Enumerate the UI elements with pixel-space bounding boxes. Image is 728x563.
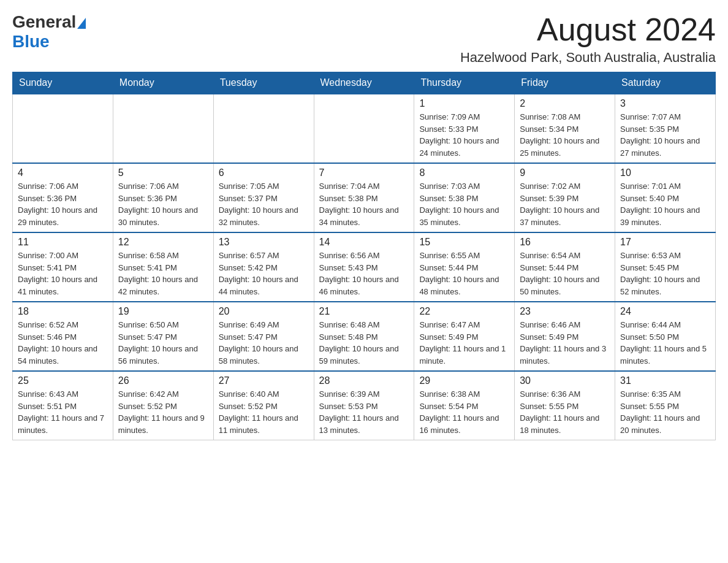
day-header-sunday: Sunday [13,72,113,94]
calendar-cell: 12Sunrise: 6:58 AMSunset: 5:41 PMDayligh… [113,232,213,302]
day-info: Sunrise: 7:04 AMSunset: 5:38 PMDaylight:… [319,180,409,228]
day-info: Sunrise: 7:07 AMSunset: 5:35 PMDaylight:… [620,111,710,159]
day-number: 23 [520,306,610,317]
calendar-cell [13,94,113,163]
calendar-title-area: August 2024 Hazelwood Park, South Austra… [460,12,716,66]
day-number: 9 [520,167,610,178]
calendar-cell: 16Sunrise: 6:54 AMSunset: 5:44 PMDayligh… [515,232,615,302]
day-header-thursday: Thursday [414,72,515,94]
day-info: Sunrise: 6:57 AMSunset: 5:42 PMDaylight:… [219,250,309,297]
calendar-cell: 4Sunrise: 7:06 AMSunset: 5:36 PMDaylight… [13,163,113,232]
day-number: 25 [18,375,108,386]
day-number: 24 [620,306,710,317]
day-number: 15 [419,237,509,248]
day-number: 2 [520,98,610,109]
day-info: Sunrise: 6:46 AMSunset: 5:49 PMDaylight:… [520,319,610,367]
logo-general-text: General [12,12,76,32]
day-info: Sunrise: 7:05 AMSunset: 5:37 PMDaylight:… [219,180,309,228]
week-row-1: 1Sunrise: 7:09 AMSunset: 5:33 PMDaylight… [13,94,716,163]
logo-blue-text: Blue [12,32,50,52]
day-number: 13 [219,237,309,248]
day-info: Sunrise: 7:06 AMSunset: 5:36 PMDaylight:… [118,180,208,228]
calendar-cell [314,94,414,163]
week-row-2: 4Sunrise: 7:06 AMSunset: 5:36 PMDaylight… [13,163,716,232]
day-info: Sunrise: 6:44 AMSunset: 5:50 PMDaylight:… [620,319,710,367]
day-info: Sunrise: 7:08 AMSunset: 5:34 PMDaylight:… [520,111,610,159]
day-info: Sunrise: 6:54 AMSunset: 5:44 PMDaylight:… [520,250,610,297]
day-info: Sunrise: 7:03 AMSunset: 5:38 PMDaylight:… [419,180,509,228]
day-number: 26 [118,375,208,386]
day-info: Sunrise: 6:50 AMSunset: 5:47 PMDaylight:… [118,319,208,367]
calendar-cell: 31Sunrise: 6:35 AMSunset: 5:55 PMDayligh… [615,371,716,440]
calendar-cell: 30Sunrise: 6:36 AMSunset: 5:55 PMDayligh… [515,371,615,440]
calendar-cell: 8Sunrise: 7:03 AMSunset: 5:38 PMDaylight… [414,163,515,232]
day-number: 31 [620,375,710,386]
day-info: Sunrise: 6:58 AMSunset: 5:41 PMDaylight:… [118,250,208,297]
calendar-cell [113,94,213,163]
calendar-cell: 6Sunrise: 7:05 AMSunset: 5:37 PMDaylight… [213,163,314,232]
day-number: 4 [18,167,108,178]
day-info: Sunrise: 6:49 AMSunset: 5:47 PMDaylight:… [219,319,309,367]
day-header-tuesday: Tuesday [213,72,314,94]
day-header-saturday: Saturday [615,72,716,94]
day-number: 20 [219,306,309,317]
logo: General Blue [12,12,86,52]
day-info: Sunrise: 6:43 AMSunset: 5:51 PMDaylight:… [18,388,108,436]
day-info: Sunrise: 7:09 AMSunset: 5:33 PMDaylight:… [419,111,509,159]
day-info: Sunrise: 6:52 AMSunset: 5:46 PMDaylight:… [18,319,108,367]
day-info: Sunrise: 6:48 AMSunset: 5:48 PMDaylight:… [319,319,409,367]
calendar-cell [213,94,314,163]
day-number: 17 [620,237,710,248]
day-info: Sunrise: 6:53 AMSunset: 5:45 PMDaylight:… [620,250,710,297]
day-header-friday: Friday [515,72,615,94]
calendar-cell: 20Sunrise: 6:49 AMSunset: 5:47 PMDayligh… [213,302,314,371]
day-info: Sunrise: 7:02 AMSunset: 5:39 PMDaylight:… [520,180,610,228]
calendar-cell: 2Sunrise: 7:08 AMSunset: 5:34 PMDaylight… [515,94,615,163]
day-header-wednesday: Wednesday [314,72,414,94]
calendar-cell: 18Sunrise: 6:52 AMSunset: 5:46 PMDayligh… [13,302,113,371]
day-info: Sunrise: 7:06 AMSunset: 5:36 PMDaylight:… [18,180,108,228]
day-number: 3 [620,98,710,109]
calendar-cell: 11Sunrise: 7:00 AMSunset: 5:41 PMDayligh… [13,232,113,302]
logo-triangle-icon [77,18,86,29]
day-info: Sunrise: 6:55 AMSunset: 5:44 PMDaylight:… [419,250,509,297]
calendar-table: SundayMondayTuesdayWednesdayThursdayFrid… [12,72,716,440]
day-info: Sunrise: 6:47 AMSunset: 5:49 PMDaylight:… [419,319,509,367]
day-info: Sunrise: 6:42 AMSunset: 5:52 PMDaylight:… [118,388,208,436]
calendar-cell: 24Sunrise: 6:44 AMSunset: 5:50 PMDayligh… [615,302,716,371]
calendar-cell: 7Sunrise: 7:04 AMSunset: 5:38 PMDaylight… [314,163,414,232]
week-row-3: 11Sunrise: 7:00 AMSunset: 5:41 PMDayligh… [13,232,716,302]
calendar-cell: 17Sunrise: 6:53 AMSunset: 5:45 PMDayligh… [615,232,716,302]
day-number: 27 [219,375,309,386]
calendar-cell: 9Sunrise: 7:02 AMSunset: 5:39 PMDaylight… [515,163,615,232]
day-info: Sunrise: 7:00 AMSunset: 5:41 PMDaylight:… [18,250,108,297]
day-number: 18 [18,306,108,317]
week-row-5: 25Sunrise: 6:43 AMSunset: 5:51 PMDayligh… [13,371,716,440]
calendar-cell: 3Sunrise: 7:07 AMSunset: 5:35 PMDaylight… [615,94,716,163]
day-number: 29 [419,375,509,386]
day-number: 1 [419,98,509,109]
day-number: 8 [419,167,509,178]
calendar-cell: 21Sunrise: 6:48 AMSunset: 5:48 PMDayligh… [314,302,414,371]
day-number: 19 [118,306,208,317]
page-header: General Blue August 2024 Hazelwood Park,… [12,12,716,66]
day-header-monday: Monday [113,72,213,94]
day-number: 30 [520,375,610,386]
location-title: Hazelwood Park, South Australia, Austral… [460,50,716,66]
calendar-cell: 27Sunrise: 6:40 AMSunset: 5:52 PMDayligh… [213,371,314,440]
day-number: 28 [319,375,409,386]
day-info: Sunrise: 6:36 AMSunset: 5:55 PMDaylight:… [520,388,610,436]
day-info: Sunrise: 6:40 AMSunset: 5:52 PMDaylight:… [219,388,309,436]
month-title: August 2024 [460,12,716,47]
day-number: 16 [520,237,610,248]
calendar-cell: 5Sunrise: 7:06 AMSunset: 5:36 PMDaylight… [113,163,213,232]
calendar-cell: 26Sunrise: 6:42 AMSunset: 5:52 PMDayligh… [113,371,213,440]
day-number: 12 [118,237,208,248]
week-row-4: 18Sunrise: 6:52 AMSunset: 5:46 PMDayligh… [13,302,716,371]
calendar-cell: 1Sunrise: 7:09 AMSunset: 5:33 PMDaylight… [414,94,515,163]
calendar-cell: 15Sunrise: 6:55 AMSunset: 5:44 PMDayligh… [414,232,515,302]
day-number: 14 [319,237,409,248]
day-number: 22 [419,306,509,317]
calendar-cell: 23Sunrise: 6:46 AMSunset: 5:49 PMDayligh… [515,302,615,371]
day-number: 21 [319,306,409,317]
